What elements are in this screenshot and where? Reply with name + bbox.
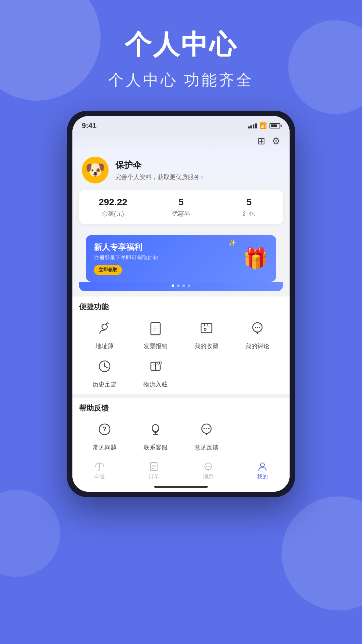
history-icon bbox=[97, 358, 113, 374]
history-icon-wrap bbox=[94, 356, 115, 377]
func-address-book[interactable]: 地址薄 bbox=[79, 317, 130, 350]
dot-1 bbox=[172, 284, 174, 287]
avatar[interactable]: 🐶 bbox=[82, 157, 109, 183]
customer-service-icon-wrap bbox=[145, 419, 166, 440]
invoice-icon bbox=[147, 320, 164, 336]
svg-point-34 bbox=[208, 466, 209, 467]
chevron-right-icon: › bbox=[201, 174, 203, 180]
user-info: 保护伞 完善个人资料，获取更优质服务 › bbox=[115, 159, 280, 181]
order-nav-icon bbox=[148, 461, 159, 472]
func-reviews[interactable]: 我的评论 bbox=[232, 317, 283, 350]
nav-order-label: 订单 bbox=[148, 473, 159, 480]
stat-redpacket[interactable]: 5 红包 bbox=[215, 197, 283, 218]
faq-icon-wrap: ? bbox=[94, 419, 115, 440]
svg-rect-28 bbox=[150, 463, 157, 471]
phone-screen: 9:41 📶 ⊞ ⚙ 🐶 bbox=[72, 116, 290, 492]
sparkle-icon: ✨ bbox=[229, 239, 236, 247]
avatar-image: 🐶 bbox=[85, 161, 105, 179]
signal-icon bbox=[248, 123, 257, 128]
func-logistics[interactable]: 物流入驻 bbox=[130, 356, 181, 388]
balance-label: 余额(元) bbox=[79, 210, 147, 218]
func-history[interactable]: 历史足迹 bbox=[79, 356, 130, 388]
umbrella-nav-icon bbox=[94, 461, 105, 472]
nav-umbrella-label: 伞送 bbox=[94, 473, 105, 480]
banner-content: 新人专享福利 注册登录下单即可领取红包 立即领取 bbox=[94, 242, 243, 275]
gift-illustration: 🎁 bbox=[243, 247, 268, 270]
faq-icon: ? bbox=[97, 421, 113, 437]
svg-point-36 bbox=[260, 463, 264, 467]
status-time: 9:41 bbox=[82, 121, 97, 130]
func-customer-service[interactable]: 联系客服 bbox=[130, 419, 181, 451]
svg-point-33 bbox=[206, 466, 207, 467]
svg-rect-1 bbox=[151, 323, 160, 335]
svg-point-10 bbox=[259, 327, 260, 328]
stat-balance[interactable]: 292.22 余额(元) bbox=[79, 197, 147, 218]
home-indicator bbox=[72, 483, 290, 492]
coupons-label: 优惠券 bbox=[147, 210, 215, 218]
func-favorites-label: 我的收藏 bbox=[194, 342, 219, 350]
messages-nav-icon bbox=[203, 461, 214, 472]
home-bar bbox=[154, 486, 208, 488]
func-reviews-label: 我的评论 bbox=[245, 342, 269, 350]
func-history-label: 历史足迹 bbox=[93, 380, 117, 388]
stat-coupons[interactable]: 5 优惠券 bbox=[147, 197, 215, 218]
logistics-icon bbox=[147, 358, 164, 374]
profile-nav-icon bbox=[257, 461, 268, 472]
func-invoice-label: 发票报销 bbox=[143, 342, 168, 350]
favorites-icon bbox=[198, 320, 215, 336]
redpacket-label: 红包 bbox=[215, 210, 283, 218]
logistics-icon-wrap bbox=[145, 356, 166, 377]
svg-point-35 bbox=[209, 466, 210, 467]
func-favorites[interactable]: 我的收藏 bbox=[181, 317, 232, 350]
banner-subtitle: 注册登录下单即可领取红包 bbox=[94, 255, 243, 262]
quick-functions-grid: 地址薄 发票报销 bbox=[79, 317, 283, 388]
bg-circle-bottom-right bbox=[282, 496, 362, 610]
nav-order[interactable]: 订单 bbox=[127, 461, 181, 480]
page-title: 个人中心 bbox=[0, 27, 362, 63]
coupons-value: 5 bbox=[147, 197, 215, 208]
status-icons: 📶 bbox=[248, 122, 280, 129]
bottom-nav: 伞送 订单 bbox=[72, 457, 290, 483]
banner-claim-button[interactable]: 立即领取 bbox=[94, 265, 122, 275]
feedback-icon bbox=[198, 421, 215, 437]
banner-title: 新人专享福利 bbox=[94, 242, 243, 253]
svg-point-0 bbox=[102, 324, 107, 329]
battery-icon bbox=[269, 123, 280, 128]
help-grid: ? 常见问题 bbox=[79, 419, 283, 451]
func-invoice[interactable]: 发票报销 bbox=[130, 317, 181, 350]
quick-functions-title: 便捷功能 bbox=[79, 302, 283, 312]
qr-code-button[interactable]: ⊞ bbox=[257, 136, 265, 147]
svg-point-25 bbox=[206, 428, 207, 429]
user-subtitle[interactable]: 完善个人资料，获取更优质服务 › bbox=[115, 173, 280, 181]
func-faq-label: 常见问题 bbox=[93, 443, 117, 451]
phone-frame: 9:41 📶 ⊞ ⚙ 🐶 bbox=[67, 111, 295, 497]
func-feedback[interactable]: 意见反馈 bbox=[181, 419, 232, 451]
app-header: ⊞ ⚙ bbox=[72, 133, 290, 153]
dot-3 bbox=[182, 284, 185, 287]
nav-umbrella[interactable]: 伞送 bbox=[72, 461, 127, 480]
reviews-icon bbox=[249, 320, 265, 336]
svg-rect-5 bbox=[201, 323, 212, 333]
user-name: 保护伞 bbox=[115, 159, 280, 171]
promo-banner[interactable]: ✨ 新人专享福利 注册登录下单即可领取红包 立即领取 🎁 bbox=[86, 235, 276, 282]
invoice-icon-wrap bbox=[145, 317, 166, 339]
svg-point-24 bbox=[203, 428, 205, 429]
quick-functions-section: 便捷功能 地址薄 bbox=[72, 297, 290, 394]
banner-dots bbox=[79, 282, 283, 291]
nav-messages[interactable]: 消息 bbox=[181, 461, 235, 480]
dot-4 bbox=[188, 284, 190, 287]
help-section: 帮助反馈 ? 常见问题 bbox=[72, 398, 290, 457]
status-bar: 9:41 📶 bbox=[72, 116, 290, 133]
banner-wrapper: ✨ 新人专享福利 注册登录下单即可领取红包 立即领取 🎁 bbox=[79, 230, 283, 291]
page-header: 个人中心 个人中心 功能齐全 bbox=[0, 0, 362, 91]
favorites-icon-wrap bbox=[196, 317, 217, 339]
customer-service-icon bbox=[147, 421, 164, 437]
func-faq[interactable]: ? 常见问题 bbox=[79, 419, 130, 451]
wifi-icon: 📶 bbox=[259, 122, 267, 129]
redpacket-value: 5 bbox=[215, 197, 283, 208]
settings-button[interactable]: ⚙ bbox=[272, 136, 280, 147]
page-subtitle: 个人中心 功能齐全 bbox=[0, 70, 362, 91]
svg-text:?: ? bbox=[103, 425, 107, 433]
func-feedback-label: 意见反馈 bbox=[194, 443, 219, 451]
nav-profile[interactable]: 我的 bbox=[235, 461, 290, 480]
